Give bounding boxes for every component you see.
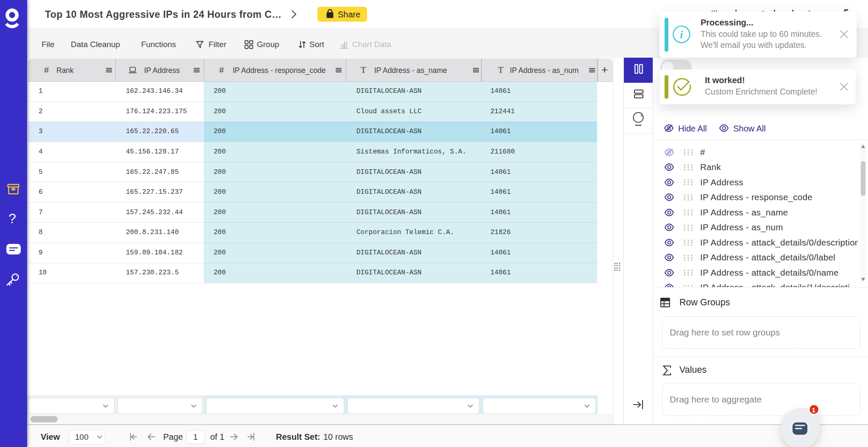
- svg-text:i: i: [680, 29, 683, 40]
